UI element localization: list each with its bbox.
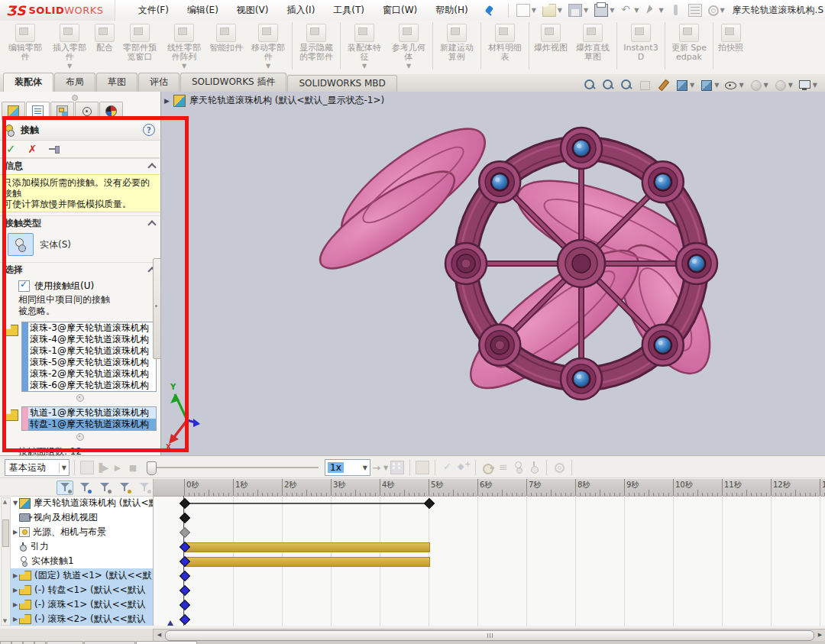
ribbon-take-snapshot-button[interactable]: 拍快照	[715, 21, 746, 73]
menu-file[interactable]: 文件(F)	[129, 0, 178, 21]
expander-icon[interactable]: ▼	[11, 500, 19, 506]
manager-tab-configuration-manager[interactable]	[50, 102, 74, 120]
ball-node[interactable]	[642, 161, 684, 202]
previous-view-button[interactable]	[620, 79, 633, 92]
tree-row-orientation-camera-views[interactable]: 视向及相机视图	[10, 510, 153, 525]
empty-node[interactable]	[445, 243, 487, 284]
tree-row-lights-cameras-scene[interactable]: ▶光源、相机与布景	[10, 525, 153, 539]
select-button[interactable]: ▼	[642, 3, 665, 18]
key-diamond[interactable]	[180, 571, 190, 581]
collapse-chevron-icon[interactable]	[147, 163, 156, 171]
contact-group1-item[interactable]: 滚珠-1@摩天轮轨道滚珠机构	[28, 345, 156, 357]
ribbon-reference-geometry-button[interactable]: 参考几何体▼	[387, 21, 431, 73]
section-view-button[interactable]	[639, 79, 652, 92]
ribbon-move-component-button[interactable]: 移动零部件▼	[246, 21, 290, 73]
key-diamond[interactable]	[424, 498, 435, 509]
ribbon-bill-of-materials-button[interactable]: 材料明细表	[483, 21, 527, 73]
ball-node[interactable]	[479, 161, 520, 202]
menu-edit[interactable]: 编辑(E)	[178, 0, 228, 21]
scroll-up-icon[interactable]: ▲	[2, 498, 8, 506]
gravity-button[interactable]	[526, 460, 542, 475]
add-key-button[interactable]	[455, 460, 471, 475]
contact-group2-item[interactable]: 转盘-1@摩天轮轨道滚珠机构	[28, 419, 156, 430]
info-section-header[interactable]: 信息	[0, 158, 160, 173]
hscrollbar-thumb[interactable]	[165, 630, 814, 641]
edit-appearance-button[interactable]: ▼	[749, 79, 768, 92]
scroll-right-icon[interactable]: ▶	[815, 630, 825, 639]
dropdown-caret-icon[interactable]: ▼	[362, 63, 367, 70]
tab-scroll-last-icon[interactable]: ▶▶	[34, 641, 46, 644]
expander-icon[interactable]: ▶	[11, 616, 19, 623]
collapse-chevron-icon[interactable]	[147, 220, 156, 228]
filter-all-button[interactable]	[57, 481, 73, 495]
expander-icon[interactable]: ▶	[11, 601, 19, 608]
manager-tab-dimxpert-manager[interactable]	[75, 102, 99, 120]
contact-group-2-list[interactable]: 轨道-1@摩天轮轨道滚珠机构转盘-1@摩天轮轨道滚珠机构	[21, 406, 157, 431]
panel-splitter[interactable]	[0, 92, 160, 102]
help-icon[interactable]: ?	[143, 124, 155, 136]
slider-track[interactable]	[147, 467, 319, 468]
filter-animated-button[interactable]	[76, 481, 93, 495]
pin-menu-icon[interactable]	[485, 5, 496, 16]
print-button[interactable]: ▼	[592, 2, 616, 18]
timeline-row-ball-2[interactable]	[154, 612, 825, 626]
scrollbar-thumb[interactable]	[2, 519, 9, 547]
timeline-row-turntable-1[interactable]	[154, 583, 825, 597]
list-resize-handle[interactable]	[76, 394, 84, 402]
tree-row-turntable-1[interactable]: ▶(-) 转盘<1> (默认<<默认	[10, 583, 153, 597]
dropdown-caret-icon[interactable]: ▼	[558, 7, 562, 14]
timeline-rows[interactable]	[154, 496, 825, 626]
contact-group1-item[interactable]: 滚珠-5@摩天轮轨道滚珠机构	[28, 357, 156, 368]
dropdown-caret-icon[interactable]: ▼	[690, 82, 694, 89]
contact-group2-item[interactable]: 轨道-1@摩天轮轨道滚珠机构	[28, 407, 156, 419]
hide-show-items-button[interactable]: ▼	[724, 79, 743, 92]
ribbon-show-hidden-components-button[interactable]: 显示隐藏的零部件	[294, 21, 338, 73]
dropdown-caret-icon[interactable]: ▼	[584, 7, 588, 14]
expander-icon[interactable]: ▶	[11, 529, 19, 536]
tab-sw-addins[interactable]: SOLIDWORKS 插件	[180, 73, 286, 92]
ribbon-linear-component-pattern-button[interactable]: 线性零部件阵列▼	[162, 21, 206, 73]
list-resize-handle[interactable]	[76, 433, 84, 441]
key-diamond[interactable]	[180, 498, 190, 509]
open-button[interactable]: ▼	[540, 2, 565, 18]
playback-speed-combo[interactable]: 1x ▼	[325, 459, 370, 476]
dropdown-caret-icon[interactable]: ▼	[720, 7, 725, 14]
dropdown-caret-icon[interactable]: ▼	[363, 464, 370, 471]
rebuild-button[interactable]	[668, 3, 684, 18]
duration-bar[interactable]	[184, 542, 430, 552]
key-diamond[interactable]	[180, 527, 190, 538]
dropdown-caret-icon[interactable]: ▼	[67, 63, 72, 70]
ribbon-new-motion-study-button[interactable]: 新建运动算例	[435, 21, 479, 73]
motor-button[interactable]	[480, 460, 496, 475]
study-type-dropdown[interactable]: 基本运动 ▼	[5, 459, 70, 476]
tab-assembly[interactable]: 装配体	[3, 73, 53, 92]
playback-mode-icon[interactable]: →	[372, 462, 380, 474]
ribbon-explode-line-sketch-button[interactable]: 爆炸直线草图	[571, 21, 615, 73]
ball-node[interactable]	[561, 128, 602, 169]
keep-visible-pin-icon[interactable]	[49, 144, 61, 154]
ok-check-icon[interactable]: ✓	[6, 142, 16, 156]
study-tab-model[interactable]: 模型	[47, 641, 83, 644]
timeline-row-track-1[interactable]	[154, 568, 825, 583]
empty-node[interactable]	[479, 325, 520, 366]
dropdown-caret-icon[interactable]: ▼	[634, 7, 639, 14]
graphics-viewport[interactable]: ▶ 摩天轮轨道滚珠机构 (默认<默认_显示状态-1>)	[161, 92, 825, 455]
ribbon-update-speedpak-button[interactable]: 更新 Speedpak	[667, 21, 711, 73]
manager-tab-display-manager[interactable]	[99, 102, 123, 120]
dropdown-caret-icon[interactable]: ▼	[658, 7, 663, 14]
timeline-row-assembly-root[interactable]	[154, 496, 825, 510]
dropdown-caret-icon[interactable]: ▼	[739, 82, 743, 89]
timeline-row-lights-cameras-scene[interactable]	[154, 525, 825, 539]
dropdown-caret-icon[interactable]: ▼	[788, 82, 793, 89]
ribbon-component-preview-window-button[interactable]: 零部件预览窗口	[118, 21, 162, 73]
dropdown-caret-icon[interactable]: ▼	[532, 7, 536, 14]
key-diamond[interactable]	[180, 513, 190, 523]
duration-bar[interactable]	[184, 557, 430, 567]
dropdown-caret-icon[interactable]: ▼	[266, 63, 270, 70]
tab-evaluate[interactable]: 评估	[138, 73, 180, 92]
timeline-row-ball-1[interactable]	[154, 597, 825, 612]
dropdown-caret-icon[interactable]: ▼	[764, 82, 768, 89]
settings-button[interactable]: ▼	[706, 4, 727, 18]
tree-row-ball-1[interactable]: ▶(-) 滚珠<1> (默认<<默认	[10, 597, 153, 612]
playback-mode-caret-icon[interactable]: ▼	[383, 464, 388, 471]
